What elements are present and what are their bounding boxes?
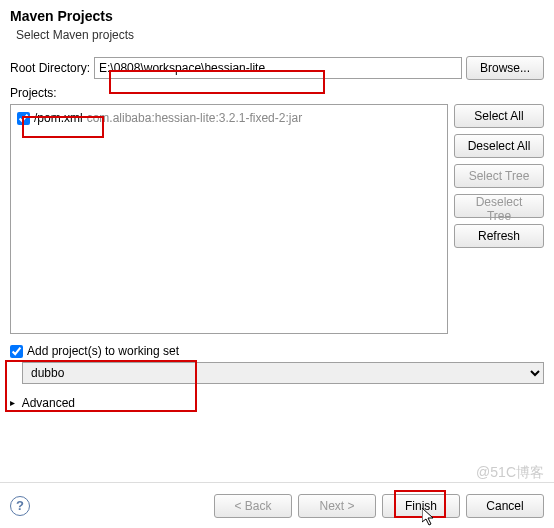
deselect-tree-button[interactable]: Deselect Tree xyxy=(454,194,544,218)
next-button[interactable]: Next > xyxy=(298,494,376,518)
working-set-checkbox[interactable] xyxy=(10,345,23,358)
project-checkbox[interactable] xyxy=(17,112,30,125)
root-directory-row: Root Directory: Browse... xyxy=(10,56,544,80)
dialog-title: Maven Projects xyxy=(10,8,544,24)
dialog-subtitle: Select Maven projects xyxy=(10,28,544,42)
browse-button[interactable]: Browse... xyxy=(466,56,544,80)
projects-label: Projects: xyxy=(10,86,544,100)
projects-list[interactable]: /pom.xml com.alibaba:hessian-lite:3.2.1-… xyxy=(10,104,448,334)
finish-button[interactable]: Finish xyxy=(382,494,460,518)
help-icon[interactable]: ? xyxy=(10,496,30,516)
refresh-button[interactable]: Refresh xyxy=(454,224,544,248)
project-item[interactable]: /pom.xml com.alibaba:hessian-lite:3.2.1-… xyxy=(15,109,443,127)
root-directory-input[interactable] xyxy=(94,57,462,79)
project-desc: com.alibaba:hessian-lite:3.2.1-fixed-2:j… xyxy=(87,111,302,125)
advanced-toggle[interactable]: Advanced xyxy=(10,396,544,410)
working-set-label: Add project(s) to working set xyxy=(27,344,179,358)
back-button[interactable]: < Back xyxy=(214,494,292,518)
select-all-button[interactable]: Select All xyxy=(454,104,544,128)
deselect-all-button[interactable]: Deselect All xyxy=(454,134,544,158)
watermark: @51C博客 xyxy=(476,464,544,482)
select-tree-button[interactable]: Select Tree xyxy=(454,164,544,188)
working-set-select[interactable]: dubbo xyxy=(22,362,544,384)
side-buttons: Select All Deselect All Select Tree Dese… xyxy=(454,104,544,334)
dialog-header: Maven Projects Select Maven projects xyxy=(0,0,554,52)
root-directory-label: Root Directory: xyxy=(10,61,90,75)
project-name: /pom.xml xyxy=(34,111,83,125)
footer: ? < Back Next > Finish Cancel xyxy=(0,482,554,528)
cancel-button[interactable]: Cancel xyxy=(466,494,544,518)
